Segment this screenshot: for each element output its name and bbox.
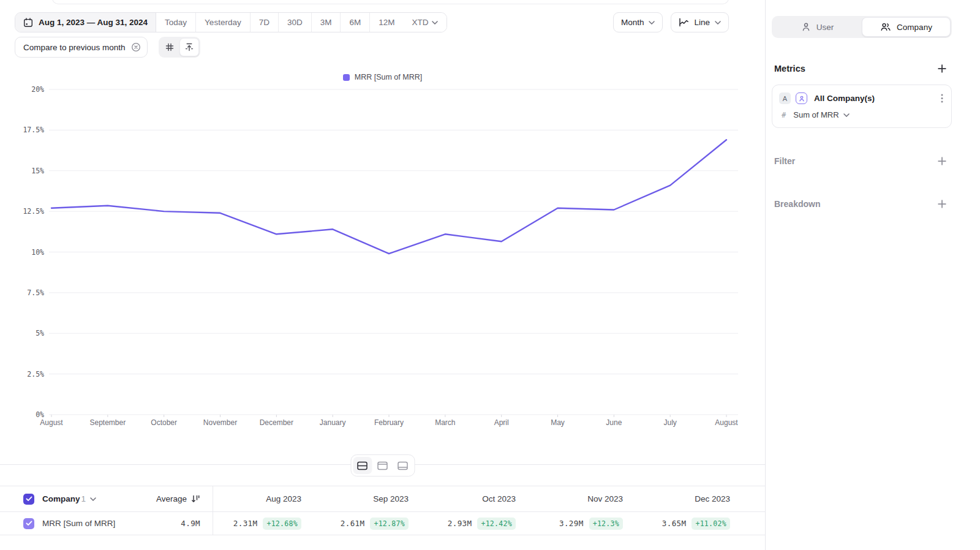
layout-bottom-icon bbox=[398, 461, 409, 470]
layout-split-icon bbox=[357, 461, 368, 470]
svg-text:August: August bbox=[40, 418, 63, 427]
close-circle-icon[interactable] bbox=[131, 42, 141, 52]
preset-today-button[interactable]: Today bbox=[156, 13, 196, 32]
cell-value: 2.93M bbox=[448, 519, 472, 528]
user-toggle-button[interactable]: User bbox=[773, 17, 862, 37]
svg-text:March: March bbox=[435, 418, 455, 427]
breakdown-table: Company 1 Average Aug 2023Se bbox=[0, 486, 765, 535]
kebab-menu-icon[interactable] bbox=[939, 94, 945, 103]
previous-card-edge bbox=[52, 0, 729, 4]
entity-header-dropdown[interactable]: Company 1 bbox=[42, 494, 96, 503]
svg-text:February: February bbox=[374, 418, 404, 427]
metric-letter-badge: A bbox=[779, 92, 791, 104]
average-header-cell[interactable]: Average bbox=[141, 486, 213, 511]
company-toggle-button[interactable]: Company bbox=[862, 17, 951, 37]
preset-yesterday-button[interactable]: Yesterday bbox=[196, 13, 251, 32]
company-icon bbox=[880, 22, 891, 32]
column-header-nov-2023: Nov 2023 bbox=[535, 494, 642, 503]
granularity-label: Month bbox=[621, 18, 644, 27]
entity-toggle: User Company bbox=[772, 16, 952, 38]
chart-type-dropdown[interactable]: Line bbox=[671, 12, 729, 32]
svg-text:June: June bbox=[606, 418, 622, 427]
svg-text:December: December bbox=[260, 418, 293, 427]
svg-text:0%: 0% bbox=[36, 410, 44, 419]
metric-name-label: Sum of MRR bbox=[793, 110, 839, 119]
cell-value: 3.29M bbox=[559, 519, 584, 528]
svg-text:5%: 5% bbox=[36, 329, 44, 337]
filter-label: Filter bbox=[774, 156, 795, 166]
metric-entity-name: All Company(s) bbox=[814, 94, 934, 103]
value-cell-sep-2023: 2.61M+12.87% bbox=[320, 518, 428, 530]
svg-text:17.5%: 17.5% bbox=[23, 126, 44, 134]
chart-type-label: Line bbox=[694, 18, 710, 27]
add-filter-button[interactable] bbox=[936, 155, 948, 167]
chart-option-toggle-group bbox=[159, 37, 200, 58]
average-value: 4.9M bbox=[181, 519, 200, 528]
svg-text:September: September bbox=[89, 418, 126, 427]
preset-7d-button[interactable]: 7D bbox=[251, 13, 279, 32]
layout-top-icon bbox=[377, 461, 388, 470]
svg-text:August: August bbox=[715, 418, 738, 427]
average-value-cell: 4.9M bbox=[141, 512, 213, 535]
preset-12m-button[interactable]: 12M bbox=[370, 13, 403, 32]
svg-text:May: May bbox=[551, 418, 565, 427]
value-cell-nov-2023: 3.29M+12.3% bbox=[535, 518, 642, 530]
report-main-area: Aug 1, 2023 — Aug 31, 2024 TodayYesterda… bbox=[0, 0, 765, 550]
plus-icon bbox=[938, 157, 946, 165]
column-header-sep-2023: Sep 2023 bbox=[320, 494, 428, 503]
analytics-dashboard: Aug 1, 2023 — Aug 31, 2024 TodayYesterda… bbox=[0, 0, 980, 550]
svg-text:November: November bbox=[203, 418, 237, 427]
breakdown-label: Breakdown bbox=[774, 199, 820, 209]
svg-text:2.5%: 2.5% bbox=[27, 370, 44, 379]
delta-badge: +12.3% bbox=[589, 518, 623, 530]
compare-chip[interactable]: Compare to previous month bbox=[15, 37, 148, 58]
svg-text:20%: 20% bbox=[31, 85, 44, 94]
user-icon bbox=[801, 22, 811, 32]
add-metric-button[interactable] bbox=[936, 62, 948, 75]
metric-card[interactable]: A All Company(s) # Sum of MRR bbox=[772, 85, 952, 128]
svg-text:January: January bbox=[320, 418, 346, 427]
toolbar: Aug 1, 2023 — Aug 31, 2024 TodayYesterda… bbox=[15, 12, 729, 32]
svg-text:October: October bbox=[151, 418, 177, 427]
company-card-icon bbox=[796, 92, 807, 104]
preset-30d-button[interactable]: 30D bbox=[279, 13, 312, 32]
metric-selector[interactable]: # Sum of MRR bbox=[779, 110, 945, 119]
value-cell-aug-2023: 2.31M+12.68% bbox=[213, 518, 320, 530]
preset-xtd-label: XTD bbox=[412, 18, 428, 27]
granularity-dropdown[interactable]: Month bbox=[613, 12, 663, 32]
compare-chip-label: Compare to previous month bbox=[23, 43, 126, 52]
svg-text:7.5%: 7.5% bbox=[27, 288, 44, 297]
add-breakdown-button[interactable] bbox=[936, 198, 948, 210]
average-header-label: Average bbox=[156, 494, 187, 503]
metrics-title: Metrics bbox=[774, 64, 805, 73]
preset-3m-button[interactable]: 3M bbox=[312, 13, 341, 32]
metric-table-row: MRR [Sum of MRR] 4.9M 2.31M+12.68%2.61M+… bbox=[0, 512, 765, 535]
date-range-control: Aug 1, 2023 — Aug 31, 2024 TodayYesterda… bbox=[15, 12, 447, 32]
date-range-button[interactable]: Aug 1, 2023 — Aug 31, 2024 bbox=[15, 13, 156, 32]
entity-header-label: Company bbox=[42, 494, 80, 503]
goal-line-toggle-button[interactable] bbox=[179, 38, 199, 56]
table-header-row: Company 1 Average Aug 2023Se bbox=[0, 486, 765, 512]
sort-icon bbox=[191, 495, 200, 503]
layout-chart-only-button[interactable] bbox=[373, 457, 392, 474]
row-label: MRR [Sum of MRR] bbox=[42, 519, 115, 528]
layout-table-only-button[interactable] bbox=[393, 457, 412, 474]
metric-card-header: A All Company(s) bbox=[779, 92, 945, 104]
chevron-down-icon bbox=[90, 497, 96, 501]
legend-swatch bbox=[343, 74, 350, 81]
select-all-checkbox[interactable] bbox=[23, 494, 34, 505]
breakdown-section-header: Breakdown bbox=[772, 198, 952, 210]
gridlines-toggle-button[interactable] bbox=[160, 38, 179, 56]
column-header-dec-2023: Dec 2023 bbox=[642, 494, 749, 503]
svg-text:July: July bbox=[663, 418, 676, 427]
preset-xtd-button[interactable]: XTD bbox=[403, 13, 447, 32]
delta-badge: +12.68% bbox=[263, 518, 301, 530]
row-checkbox[interactable] bbox=[23, 518, 34, 529]
chevron-down-icon bbox=[649, 21, 655, 24]
layout-split-button[interactable] bbox=[353, 457, 372, 474]
cell-value: 2.31M bbox=[233, 519, 258, 528]
preset-6m-button[interactable]: 6M bbox=[341, 13, 370, 32]
user-toggle-label: User bbox=[816, 23, 834, 32]
plus-icon bbox=[938, 200, 946, 208]
chevron-down-icon bbox=[715, 21, 721, 24]
